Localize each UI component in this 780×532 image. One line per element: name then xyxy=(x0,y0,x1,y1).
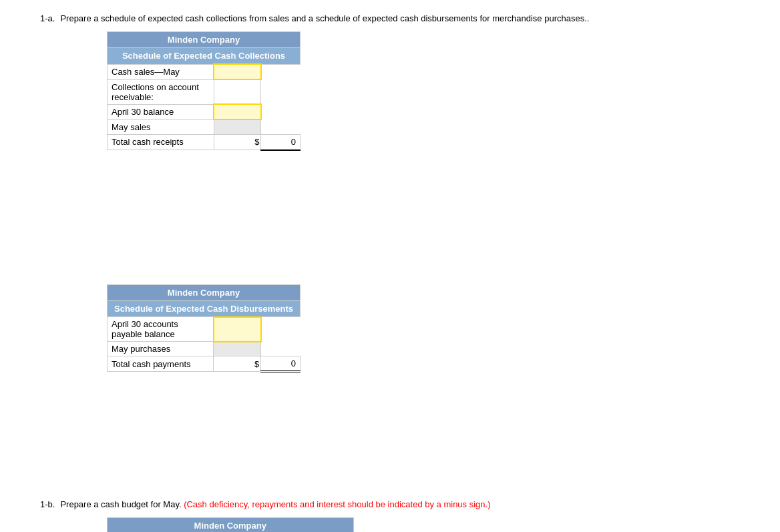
may-sales-input xyxy=(214,119,261,134)
table-row: Collections on account receivable: xyxy=(108,79,301,104)
disbursements-title: Schedule of Expected Cash Disbursements xyxy=(108,300,301,317)
collections-title: Schedule of Expected Cash Collections xyxy=(108,48,301,65)
question-1b: 1-b. Prepare a cash budget for May. (Cas… xyxy=(40,499,740,532)
cash-sales-label: Cash sales—May xyxy=(108,64,214,79)
may-sales-label: May sales xyxy=(108,119,214,134)
total-cash-payments-label: Total cash payments xyxy=(108,356,214,372)
question-label-1b: 1-b. xyxy=(40,499,55,509)
disbursements-company-row: Minden Company xyxy=(108,284,301,300)
april30-ap-label: April 30 accounts payable balance xyxy=(108,317,214,342)
total-cash-payments-row: Total cash payments $ 0 xyxy=(108,356,301,372)
question-1a: 1-a. Prepare a schedule of expected cash… xyxy=(40,13,740,372)
cash-budget-company-row: Minden Company xyxy=(108,518,354,533)
cash-budget-table-container: Minden Company Cash Budget For the Month… xyxy=(107,517,740,532)
may-purchases-label: May purchases xyxy=(108,342,214,356)
total-cash-receipts-label: Total cash receipts xyxy=(108,134,214,150)
collections-company-row: Minden Company xyxy=(108,32,301,48)
cash-budget-table: Minden Company Cash Budget For the Month… xyxy=(107,517,354,532)
cash-sales-input[interactable] xyxy=(214,64,261,79)
april30-ap-input[interactable] xyxy=(214,317,261,342)
table-row: May sales xyxy=(108,119,301,134)
collections-ar-label: Collections on account receivable: xyxy=(108,79,214,104)
total-receipts-dollar: $ xyxy=(254,137,259,147)
collections-title-row: Schedule of Expected Cash Collections xyxy=(108,48,301,65)
table-row: Cash sales—May xyxy=(108,64,301,79)
collections-table: Minden Company Schedule of Expected Cash… xyxy=(107,31,301,151)
total-payments-dollar: $ xyxy=(254,359,259,369)
disbursements-table: Minden Company Schedule of Expected Cash… xyxy=(107,284,301,373)
table-row: April 30 accounts payable balance xyxy=(108,317,301,342)
may-purchases-input xyxy=(214,342,261,356)
cash-budget-company: Minden Company xyxy=(108,518,354,533)
question-label-1a: 1-a. xyxy=(40,13,55,23)
instruction-1b-red: (Cash deficiency, repayments and interes… xyxy=(184,499,490,509)
collections-company: Minden Company xyxy=(108,32,301,48)
instruction-1b-plain: Prepare a cash budget for May. xyxy=(60,499,184,509)
disbursements-title-row: Schedule of Expected Cash Disbursements xyxy=(108,300,301,317)
total-receipts-value: 0 xyxy=(291,137,296,147)
disbursements-table-container: Minden Company Schedule of Expected Cash… xyxy=(107,284,740,373)
april30-balance-label: April 30 balance xyxy=(108,104,214,119)
april30-balance-input[interactable] xyxy=(214,104,261,119)
total-payments-value: 0 xyxy=(291,358,296,368)
table-row: May purchases xyxy=(108,342,301,356)
collections-table-container: Minden Company Schedule of Expected Cash… xyxy=(107,31,740,151)
table-row: April 30 balance xyxy=(108,104,301,119)
total-cash-receipts-row: Total cash receipts $ 0 xyxy=(108,134,301,150)
instruction-1a: Prepare a schedule of expected cash coll… xyxy=(60,13,589,23)
disbursements-company: Minden Company xyxy=(108,284,301,300)
